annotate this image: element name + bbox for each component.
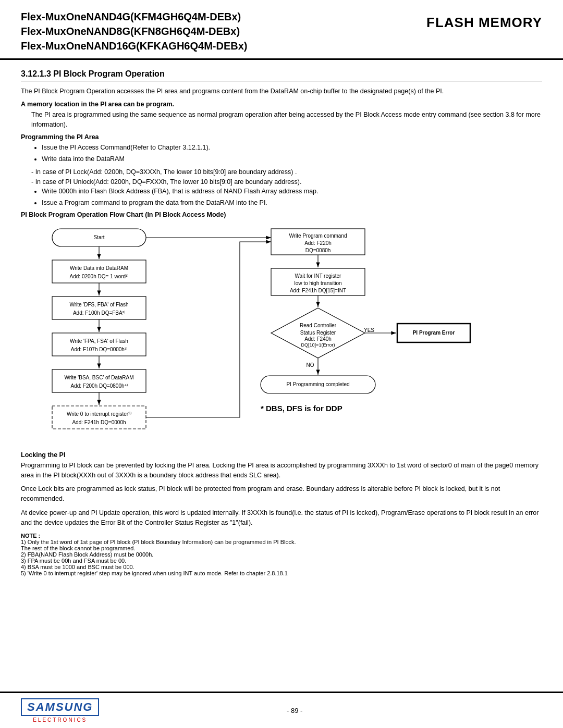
flowchart-container: Start Write Data into DataRAM Add: 0200h… [21,224,542,444]
locking-para2: Once Lock bits are programmed as lock st… [21,484,542,504]
dbs-label: * DBS, DFS is for DDP [261,404,342,413]
samsung-logo: SAMSUNG [21,698,99,716]
read-ctrl-label2: Status Register [300,329,336,335]
list-item: Issue the PI Access Command(Refer to Cha… [42,143,542,153]
write-bsa-label2: Add: F200h DQ=0800h⁴⁾ [70,382,127,388]
yes-label: YES [364,327,374,332]
write-bsa-node [52,369,146,392]
list-item: Issue a Program command to program the d… [42,198,542,208]
write-prog-label2: Add: F220h [304,240,332,245]
wait-int-label2: low to high transition [294,280,341,286]
write-int-label1: Write 0 to interrupt register⁵⁾ [67,411,131,416]
write-data-node [52,260,146,283]
write-bsa-label1: Write 'BSA, BSC' of DataRAM [64,374,133,380]
prog-pi-list: Issue the PI Access Command(Refer to Cha… [42,143,542,164]
write-fpa-label2: Add: F107h DQ=0000h³⁾ [71,346,127,352]
note-section: NOTE : 1) Only the 1st word of 1st page … [21,533,542,576]
write-int-node [52,406,146,429]
write-data-label1: Write Data into DataRAM [70,265,128,270]
content-area: 3.12.1.3 PI Block Program Operation The … [0,60,563,692]
locking-para1: Programming to PI block can be prevented… [21,461,542,480]
wait-int-label3: Add: F241h DQ[15]=INT [290,287,346,293]
no-label: NO [307,362,314,367]
intro-paragraph: The PI Block Program Operation accesses … [21,87,542,96]
section-title: 3.12.1.3 PI Block Program Operation [21,69,542,81]
write-dfs-label2: Add: F100h DQ=FBA²⁾ [73,310,125,315]
list-item: Write 0000h into Flash Block Address (FB… [42,187,542,196]
pi-error-label: PI Program Error [413,329,455,335]
page-header: Flex-MuxOneNAND4G(KFM4GH6Q4M-DEBx) Flex-… [0,0,563,60]
memory-text: The PI area is programmed using the same… [31,110,542,130]
locking-bold: Locking the PI [21,451,542,459]
page-number: - 89 - [287,707,302,714]
memory-bold: A memory location in the PI area can be … [21,101,542,108]
pi-complete-label: PI Programming completed [286,381,349,387]
start-label: Start [93,234,104,240]
header-brand: FLASH MEMORY [426,9,542,31]
page-footer: SAMSUNG ELECTRONICS - 89 - [0,692,563,728]
header-title: Flex-MuxOneNAND4G(KFM4GH6Q4M-DEBx) Flex-… [21,9,248,53]
write-dfs-node [52,297,146,319]
prog-pi-bold: Programming the PI Area [21,133,542,141]
electronics-label: ELECTRONICS [33,717,87,723]
flowchart-title: PI Block Program Operation Flow Chart (I… [21,211,542,218]
write-dfs-label1: Write 'DFS, FBA' of Flash [69,301,128,307]
note-label: NOTE : [21,533,542,539]
write-fpa-label1: Write 'FPA, FSA' of Flash [70,338,128,343]
read-ctrl-label4: DQ[10]=1(Error) [301,342,335,348]
list-item: Write data into the DataRAM [42,154,542,164]
write-int-label2: Add: F241h DQ=0000h [72,419,126,425]
footer-logo: SAMSUNG ELECTRONICS [21,698,99,723]
page: Flex-MuxOneNAND4G(KFM4GH6Q4M-DEBx) Flex-… [0,0,563,728]
read-ctrl-label3: Add: F240h [304,336,332,341]
arrow-int-to-prog [146,242,271,417]
locking-para3: At device power-up and PI Update operati… [21,508,542,528]
flowchart-svg: Start Write Data into DataRAM Add: 0200h… [21,224,521,442]
write-fpa-node [52,333,146,356]
write-prog-label1: Write Program command [289,232,347,238]
sub-bullets: - In case of PI Lock(Add: 0200h, DQ=3XXX… [31,167,542,187]
read-ctrl-label1: Read Controller [300,322,337,328]
write-data-label2: Add: 0200h DQ= 1 word¹⁾ [70,273,129,279]
more-bullets-list: Write 0000h into Flash Block Address (FB… [42,187,542,208]
wait-int-label1: Wait for INT register [295,273,342,278]
write-prog-label3: DQ=0080h [305,247,331,253]
